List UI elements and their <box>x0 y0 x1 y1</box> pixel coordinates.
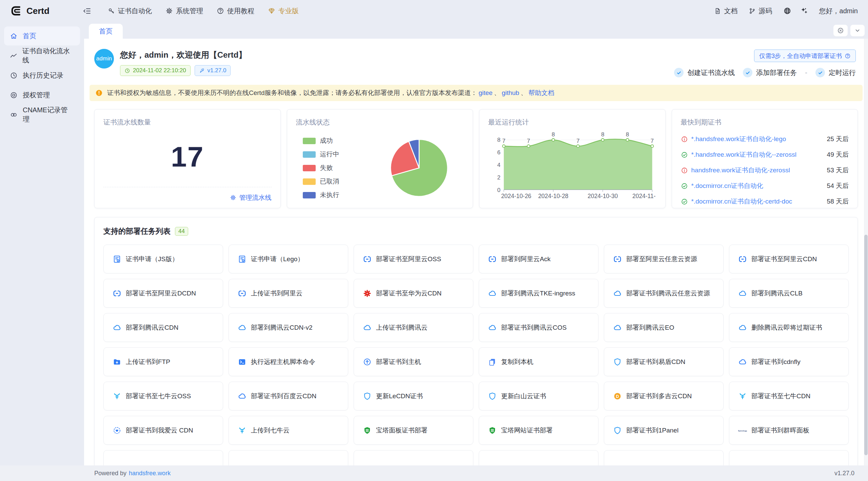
task-card[interactable]: 上传证书到FTP <box>103 347 223 376</box>
task-card[interactable]: 部署证书至阿里云OSS <box>354 245 473 273</box>
legend-label: 未执行 <box>320 191 339 199</box>
cert-name-link[interactable]: *.docmirror.cn证书自动化-certd-doc <box>691 197 822 206</box>
tab-menu-button[interactable] <box>850 25 865 36</box>
version-tag[interactable]: v1.27.0 <box>195 65 231 76</box>
sidebar-item-CNAME记录管理[interactable]: CNAME记录管理 <box>4 105 80 124</box>
sidebar-item-执行历史记录[interactable]: 执行历史记录 <box>4 66 80 85</box>
task-card[interactable]: 部署证书到我爱云 CDN <box>103 416 223 445</box>
svg-text:D: D <box>616 394 619 399</box>
legend-item-未执行[interactable]: 未执行 <box>303 191 339 199</box>
nav-link-文档[interactable]: 文档 <box>714 6 738 16</box>
card-title: 最快到期证书 <box>681 118 849 127</box>
nav-item-label: 使用教程 <box>227 6 254 16</box>
task-card[interactable]: 部署证书到腾讯云任意云资源 <box>604 279 724 308</box>
task-card[interactable]: 部署证书到1Panel <box>604 416 724 445</box>
legend-item-运行中[interactable]: 运行中 <box>303 150 339 159</box>
task-card[interactable]: 上传证书到腾讯云 <box>354 313 473 342</box>
sparkles-icon[interactable] <box>800 7 808 15</box>
nav-item-系统管理[interactable]: 系统管理 <box>159 0 210 22</box>
powered-by-text: Powered by <box>94 470 126 477</box>
task-card[interactable]: 证书申请（Lego） <box>229 245 348 273</box>
task-card[interactable]: 部署证书到cdnfly <box>729 347 849 376</box>
sidebar-item-授权管理[interactable]: 授权管理 <box>4 85 80 104</box>
nav-item-使用教程[interactable]: 使用教程 <box>210 0 261 22</box>
scrollbar-track[interactable] <box>864 39 868 465</box>
welcome-tags: 2024-11-02 22:10:20 v1.27.0 <box>120 65 246 76</box>
task-card[interactable]: 部署证书至阿里云CDN <box>729 245 849 273</box>
tab-home[interactable]: 首页 <box>89 24 123 39</box>
middle-region: 首页证书自动化流水线执行历史记录授权管理CNAME记录管理 首页 admin <box>0 22 868 465</box>
quickstart-button[interactable]: 仅需3步，全自动申请部署证书 <box>754 50 856 62</box>
nav-item-专业版[interactable]: 专业版 <box>261 0 305 22</box>
task-card[interactable]: 删除腾讯云即将过期证书 <box>729 313 849 342</box>
task-card[interactable]: 部署证书至七牛云OSS <box>103 382 223 410</box>
task-card[interactable]: 宝塔网站证书部署 <box>479 416 598 445</box>
task-card[interactable]: 部署证书至阿里云DCDN <box>103 279 223 308</box>
sidebar-menu: 首页证书自动化流水线执行历史记录授权管理CNAME记录管理 <box>0 26 84 124</box>
aliyun-icon <box>738 255 747 264</box>
task-card[interactable]: 部署到腾讯云CDN-v2 <box>229 313 348 342</box>
legend-item-成功[interactable]: 成功 <box>303 136 339 145</box>
task-card[interactable]: 部署证书到易盾CDN <box>604 347 724 376</box>
cert-name-link[interactable]: handsfree.work证书自动化-zerossl <box>691 166 822 175</box>
quickstart-step: 创建证书流水线 <box>674 68 735 77</box>
task-card[interactable]: 部署证书至七牛CDN <box>729 382 849 410</box>
tencent-icon <box>363 323 372 332</box>
brand[interactable]: Certd <box>10 5 81 17</box>
notice-link-github[interactable]: github <box>502 89 519 96</box>
card-title: 证书流水线数量 <box>103 118 272 127</box>
nav-link-源码[interactable]: 源码 <box>749 6 772 16</box>
task-card[interactable]: 证书申请（JS版） <box>103 245 223 273</box>
handsfree-link[interactable]: handsfree.work <box>129 470 171 477</box>
task-card[interactable]: 执行远程主机脚本命令 <box>229 347 348 376</box>
woaiyun-icon <box>113 426 121 435</box>
task-card[interactable]: 部署证书到腾讯云COS <box>479 313 598 342</box>
notice-link-gitee[interactable]: gitee <box>478 89 492 96</box>
sidebar-item-首页[interactable]: 首页 <box>4 26 80 45</box>
tab-close-button[interactable] <box>833 25 848 36</box>
task-card[interactable]: 部署到腾讯云EO <box>604 313 724 342</box>
task-card[interactable]: 部署到腾讯云CDN <box>103 313 223 342</box>
task-card-partial <box>604 450 724 465</box>
notice-link-帮助文档[interactable]: 帮助文档 <box>528 89 554 96</box>
task-card[interactable]: 部署至阿里云任意云资源 <box>604 245 724 273</box>
task-card[interactable]: Synology部署证书到群晖面板 <box>729 416 849 445</box>
quickstart-steps: 创建证书流水线添加部署任务-定时运行 <box>674 68 856 77</box>
task-card[interactable]: 部署证书到主机 <box>354 347 473 376</box>
copy-icon <box>488 358 497 366</box>
info-circle-icon <box>681 167 688 174</box>
task-card[interactable]: 部署证书到百度云CDN <box>229 382 348 410</box>
task-card[interactable]: 部署证书至华为云CDN <box>354 279 473 308</box>
cert-name-link[interactable]: *.handsfree.work证书自动化--zerossl <box>691 150 822 159</box>
scrollbar-thumb[interactable] <box>864 235 868 455</box>
task-card[interactable]: D部署证书到多吉云CDN <box>604 382 724 410</box>
task-card[interactable]: 复制到本机 <box>479 347 598 376</box>
welcome-right: 仅需3步，全自动申请部署证书 创建证书流水线添加部署任务-定时运行 <box>674 49 856 77</box>
svg-text:Synology: Synology <box>738 430 747 432</box>
svg-text:2024-10-26: 2024-10-26 <box>501 193 531 199</box>
nav-item-证书自动化[interactable]: 证书自动化 <box>101 0 159 22</box>
globe-icon[interactable] <box>783 7 791 15</box>
task-card[interactable]: 上传证书到阿里云 <box>229 279 348 308</box>
task-card[interactable]: 部署到腾讯云CLB <box>729 279 849 308</box>
qiniu-icon <box>738 392 747 401</box>
task-card[interactable]: 更新LeCDN证书 <box>354 382 473 410</box>
task-card[interactable]: 更新白山云证书 <box>479 382 598 410</box>
manage-pipelines-link[interactable]: 管理流水线 <box>230 193 272 202</box>
user-greeting[interactable]: 您好，admin <box>819 6 858 16</box>
sidebar-item-证书自动化流水线[interactable]: 证书自动化流水线 <box>4 46 80 65</box>
rocket-icon <box>199 68 205 74</box>
svg-text:6: 6 <box>497 149 500 156</box>
cert-name-link[interactable]: *.handsfree.work证书自动化-lego <box>691 135 822 143</box>
task-card[interactable]: 部署到阿里云Ack <box>479 245 598 273</box>
cert-name-link[interactable]: *.docmirror.cn证书自动化 <box>691 181 822 190</box>
home-icon <box>10 32 18 40</box>
tencent-icon <box>488 323 497 332</box>
legend-item-失败[interactable]: 失败 <box>303 163 339 172</box>
task-card[interactable]: 宝塔面板证书部署 <box>354 416 473 445</box>
task-card[interactable]: 上传到七牛云 <box>229 416 348 445</box>
legend-item-已取消[interactable]: 已取消 <box>303 177 339 186</box>
task-card[interactable]: 部署到腾讯云TKE-ingress <box>479 279 598 308</box>
legend-swatch <box>303 151 316 158</box>
sidebar-collapse-icon[interactable] <box>83 7 91 15</box>
